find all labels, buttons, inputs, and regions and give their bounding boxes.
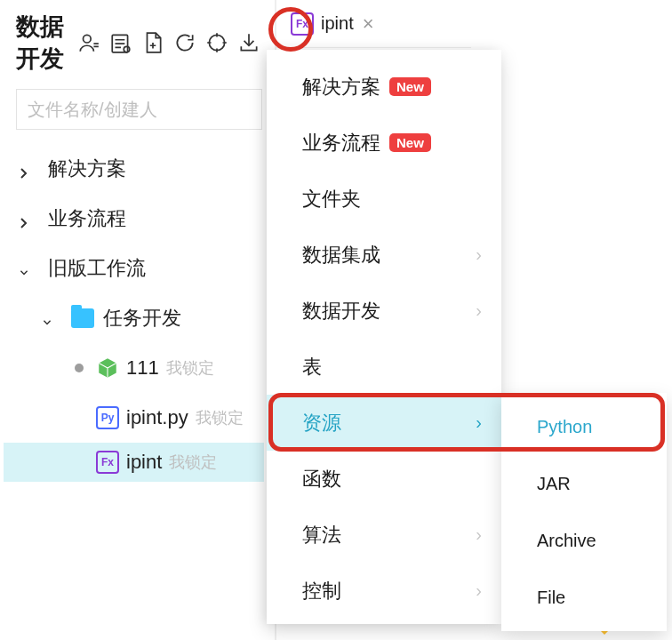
editor-tab-ipint[interactable]: Fx ipint bbox=[282, 0, 363, 47]
close-icon[interactable]: × bbox=[363, 12, 374, 36]
chevron-right-icon bbox=[20, 212, 34, 226]
new-badge: New bbox=[389, 77, 431, 96]
chevron-right-icon: › bbox=[476, 412, 482, 433]
python-file-icon: Py bbox=[96, 406, 119, 429]
svg-point-3 bbox=[209, 35, 224, 50]
chevron-right-icon: › bbox=[476, 580, 482, 601]
tree-label: 业务流程 bbox=[48, 205, 126, 232]
menu-label: 控制 bbox=[302, 578, 341, 604]
chevron-right-icon: › bbox=[476, 524, 482, 545]
chevron-right-icon: › bbox=[476, 244, 482, 265]
tree-item-processes[interactable]: 业务流程 bbox=[4, 194, 275, 244]
locate-icon[interactable] bbox=[204, 29, 230, 56]
new-file-icon[interactable] bbox=[140, 29, 166, 56]
tree-label: 解决方案 bbox=[48, 156, 126, 182]
menu-item-algorithm[interactable]: 算法 › bbox=[267, 507, 501, 563]
menu-label: 数据集成 bbox=[302, 242, 380, 268]
user-icon[interactable] bbox=[76, 29, 102, 56]
tree-label: 旧版工作流 bbox=[48, 255, 146, 282]
tree-item-legacy-workflow[interactable]: 旧版工作流 bbox=[4, 244, 275, 293]
tree-file-note: 我锁定 bbox=[166, 357, 214, 379]
tree-item-solutions[interactable]: 解决方案 bbox=[4, 144, 275, 194]
tab-label: ipint bbox=[321, 13, 354, 34]
cube-icon bbox=[96, 356, 119, 380]
menu-item-solution[interactable]: 解决方案 New bbox=[267, 59, 501, 115]
fx-file-icon: Fx bbox=[291, 12, 314, 36]
menu-item-data-integration[interactable]: 数据集成 › bbox=[267, 227, 501, 283]
chevron-down-icon bbox=[43, 311, 57, 325]
tree-file-note: 我锁定 bbox=[196, 407, 244, 428]
menu-label: 解决方案 bbox=[302, 74, 380, 100]
menu-label: 文件夹 bbox=[302, 186, 361, 212]
fx-file-icon: Fx bbox=[96, 451, 119, 474]
menu-item-function[interactable]: 函数 bbox=[267, 451, 501, 507]
menu-item-process[interactable]: 业务流程 New bbox=[267, 115, 501, 171]
panel-title: 数据开发 bbox=[16, 11, 70, 75]
menu-label: 算法 bbox=[302, 522, 341, 548]
chevron-right-icon: › bbox=[476, 300, 482, 321]
tree-file-ipint[interactable]: Fx ipint 我锁定 bbox=[4, 443, 264, 482]
submenu-item-file[interactable]: File bbox=[501, 569, 667, 626]
refresh-icon[interactable] bbox=[172, 29, 198, 56]
resource-submenu: Python JAR Archive File bbox=[501, 393, 667, 631]
chevron-down-icon bbox=[20, 261, 34, 276]
menu-label: 业务流程 bbox=[302, 130, 380, 156]
tree-label: 任务开发 bbox=[103, 305, 181, 332]
tree-file-name: ipint bbox=[126, 451, 162, 474]
folder-icon bbox=[71, 308, 94, 328]
menu-item-control[interactable]: 控制 › bbox=[267, 563, 501, 619]
submenu-item-python[interactable]: Python bbox=[501, 398, 667, 455]
search-input[interactable]: 文件名称/创建人 bbox=[16, 89, 262, 130]
menu-item-resource[interactable]: 资源 › bbox=[267, 395, 501, 451]
new-menu-dropdown: 解决方案 New 业务流程 New 文件夹 数据集成 › 数据开发 › 表 资源… bbox=[267, 50, 501, 624]
list-settings-icon[interactable] bbox=[108, 29, 134, 56]
tree-file-name: ipint.py bbox=[126, 406, 188, 429]
svg-point-2 bbox=[124, 46, 130, 52]
submenu-item-archive[interactable]: Archive bbox=[501, 512, 667, 569]
tree-item-task-dev[interactable]: 任务开发 bbox=[4, 293, 275, 343]
tree-file-name: 111 bbox=[126, 356, 159, 380]
tree-file-111[interactable]: 111 我锁定 bbox=[4, 343, 275, 393]
menu-item-data-dev[interactable]: 数据开发 › bbox=[267, 283, 501, 339]
menu-label: 数据开发 bbox=[302, 298, 380, 324]
chevron-right-icon bbox=[20, 162, 34, 176]
menu-label: 资源 bbox=[302, 410, 341, 436]
new-badge: New bbox=[389, 133, 431, 152]
submenu-item-jar[interactable]: JAR bbox=[501, 455, 667, 512]
menu-item-table[interactable]: 表 bbox=[267, 339, 501, 395]
tree-file-note: 我锁定 bbox=[169, 452, 217, 473]
status-dot-icon bbox=[75, 364, 84, 372]
menu-label: 表 bbox=[302, 354, 322, 380]
import-icon[interactable] bbox=[236, 29, 262, 56]
menu-label: 函数 bbox=[302, 466, 341, 492]
tree-file-ipintpy[interactable]: Py ipint.py 我锁定 bbox=[4, 393, 275, 443]
svg-point-0 bbox=[84, 35, 92, 43]
menu-item-folder[interactable]: 文件夹 bbox=[267, 171, 501, 227]
